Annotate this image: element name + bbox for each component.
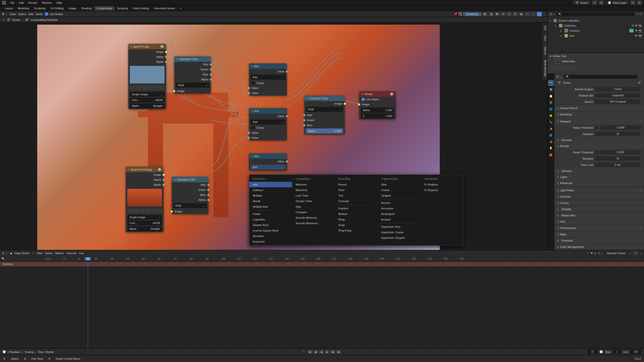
colorspace-field[interactable]: Colo…sRGB: [127, 220, 162, 225]
node-math-add-3[interactable]: ▾Add Value Add: [249, 153, 287, 170]
dopesheet-label[interactable]: Dope Sheet: [15, 252, 29, 255]
itm-multiply[interactable]: Multiply: [249, 193, 292, 198]
ne-add[interactable]: Add: [28, 13, 33, 16]
dropdown-icon[interactable]: ⟷ ⌄: [45, 257, 52, 260]
sidetab-tool[interactable]: Tool: [542, 23, 547, 33]
mode-btn-2[interactable]: [558, 66, 564, 71]
panel-motionblur[interactable]: ▸Motion Blur: [554, 212, 644, 218]
preview-icon[interactable]: [390, 93, 393, 96]
panel-sampling[interactable]: ▾Sampling: [554, 111, 644, 117]
ne-node[interactable]: Node: [36, 13, 43, 16]
preview-icon[interactable]: [160, 45, 164, 48]
tab-particles[interactable]: ✨: [548, 126, 554, 132]
menu-file[interactable]: File: [8, 1, 17, 5]
preview-icon[interactable]: [158, 168, 161, 171]
r-nt-check[interactable]: [595, 151, 599, 154]
delete-layer-button[interactable]: ✕: [637, 1, 642, 5]
scene-selector[interactable]: 🎬 Scene: [573, 1, 591, 5]
play-rev-btn[interactable]: ◀: [319, 350, 324, 354]
itm-acos[interactable]: Arccosine: [378, 206, 420, 211]
tl-view[interactable]: View: [36, 252, 43, 255]
itm-sine[interactable]: Sine: [378, 182, 420, 187]
snap-mode[interactable]: Nearest Frame: [605, 251, 628, 255]
outliner-type-icon[interactable]: ☰ ⌄: [549, 13, 555, 16]
mode-dropdown[interactable]: RGB: [173, 203, 207, 208]
tree-collection[interactable]: ▾☐Collection☑👁📷: [548, 23, 643, 28]
clamp-check[interactable]: Clamp: [249, 80, 287, 85]
zoom-out-btn[interactable]: −: [531, 12, 536, 16]
itm-min[interactable]: Minimum: [292, 182, 335, 187]
itm-fraction[interactable]: Fraction: [335, 206, 378, 211]
collapse-icon[interactable]: ▾: [307, 97, 308, 100]
render-icon[interactable]: 📷: [638, 34, 642, 37]
itm-sinh[interactable]: Hyperbolic Sine: [378, 224, 420, 230]
panel-viewport[interactable]: ▾Viewport⋮≡: [554, 118, 644, 124]
tab-scene[interactable]: 🎬: [548, 100, 554, 106]
props-search[interactable]: 🔍: [564, 75, 637, 79]
panel-r-denoise[interactable]: ▸Denoise: [554, 168, 644, 174]
new-scene-button[interactable]: ☐: [592, 1, 597, 5]
preview-range-icon[interactable]: 🕐: [599, 350, 603, 353]
channel-g[interactable]: G: [507, 12, 512, 16]
timeline-ruler[interactable]: 🔍 ⟷ ⌄ 0 10 15 20 30 40 50 60 70 80 90 10…: [0, 256, 644, 262]
itm-max[interactable]: Maximum: [292, 187, 335, 193]
itm-sign[interactable]: Sign: [292, 204, 335, 209]
itm-muladd[interactable]: Multiply Add: [249, 204, 292, 209]
collapse-icon[interactable]: ▾: [128, 168, 129, 171]
node-separate-color-2[interactable]: ▾Separate Color Red Green Blue Alpha RGB…: [172, 177, 208, 214]
backdrop-btn-3[interactable]: ◩: [495, 12, 500, 16]
app-logo[interactable]: [2, 1, 6, 5]
itm-wrap[interactable]: Wrap: [335, 217, 378, 222]
panel-performance[interactable]: ▸Performance⋮≡: [554, 225, 644, 231]
menu-help[interactable]: Help: [54, 1, 64, 5]
playhead[interactable]: [88, 262, 88, 348]
itm-modulo[interactable]: Modulo: [335, 211, 378, 217]
tab-world[interactable]: 🌐: [548, 106, 554, 112]
feature-set-value[interactable]: Supported: [595, 93, 640, 98]
itm-pingpong[interactable]: Ping-Pong: [335, 228, 378, 233]
tree-scene-collection[interactable]: ▾☐Scene Collection: [548, 18, 643, 23]
itm-atan[interactable]: Arctangent: [378, 211, 420, 217]
node-math-add-1[interactable]: ▾Add Value Add Clamp Value Value: [249, 63, 287, 96]
props-type-icon[interactable]: ☰ ⌄: [556, 75, 562, 78]
source-dropdown[interactable]: Single Image: [127, 215, 162, 220]
proportional-btn[interactable]: ○: [633, 251, 638, 255]
summary-channel[interactable]: Summary: [0, 262, 644, 266]
channel-r[interactable]: R: [501, 12, 506, 16]
itm-cosh[interactable]: Hyperbolic Cosine: [378, 230, 420, 235]
jump-start-btn[interactable]: |◀: [307, 350, 312, 354]
sidetab-nodewrangler[interactable]: Node Wrangler: [542, 58, 547, 79]
itm-log[interactable]: Logarithm: [249, 217, 292, 222]
channel-b[interactable]: B: [513, 12, 518, 16]
itm-gt[interactable]: Greater Than: [292, 198, 335, 204]
operation-dropdown-open[interactable]: Add: [251, 165, 285, 170]
backdrop-toggle[interactable]: Backdrop: [463, 12, 481, 16]
ws-sculpting[interactable]: Sculpting: [32, 6, 48, 11]
keying-menu[interactable]: Keying: [25, 350, 33, 353]
mode-btn-1[interactable]: [552, 66, 558, 71]
itm-exp[interactable]: Exponent: [249, 239, 292, 244]
use-alpha-check[interactable]: ✓Use Alpha: [359, 97, 396, 102]
itm-snap[interactable]: Snap: [335, 222, 378, 228]
new-coll-icon[interactable]: ☐: [639, 13, 642, 16]
render-icon[interactable]: 📷: [638, 29, 642, 32]
collapse-icon[interactable]: ▾: [177, 58, 178, 60]
panel-render-sub[interactable]: ▾Render⋮≡: [554, 143, 644, 149]
vp-samples-value[interactable]: 32: [595, 132, 640, 136]
restrict-icon[interactable]: ☑: [632, 24, 634, 27]
operation-dropdown[interactable]: Add: [251, 119, 285, 124]
source-dropdown[interactable]: Single Image: [130, 92, 165, 97]
collapse-icon[interactable]: ▾: [362, 93, 363, 95]
panel-simplify[interactable]: ▸Simplify: [554, 206, 644, 212]
tl-key[interactable]: Key: [79, 252, 84, 255]
node-image-tori[interactable]: ▾japanTori.jpg Image Alpha Depth Single …: [128, 44, 166, 109]
itm-atan2[interactable]: Arctan2: [378, 217, 420, 222]
tab-viewlayer[interactable]: 📋: [548, 93, 554, 99]
panel-advanced[interactable]: ▸Advanced: [554, 180, 644, 186]
ws-video[interactable]: Video Editing: [130, 6, 152, 11]
channel-a[interactable]: ▦: [519, 12, 524, 16]
current-frame[interactable]: 15: [588, 350, 597, 354]
operation-dropdown[interactable]: Add: [251, 75, 285, 80]
marker-menu[interactable]: Marker: [45, 350, 54, 353]
panel-film[interactable]: ▸Film: [554, 219, 644, 225]
